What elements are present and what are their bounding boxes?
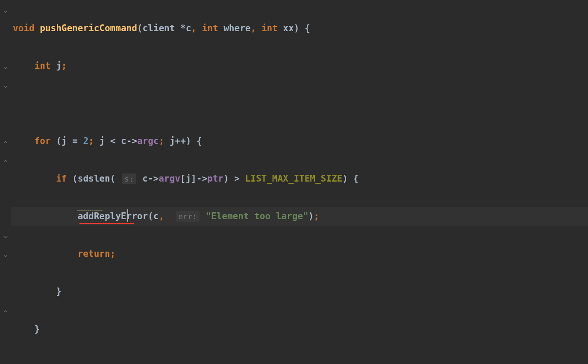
code-line[interactable]: for (j = 2; j < c->argc; j++) { (13, 132, 359, 150)
fold-marker-icon[interactable] (3, 140, 9, 145)
code-line[interactable]: void pushGenericCommand(client *c, int w… (13, 19, 359, 38)
code-editor[interactable]: void pushGenericCommand(client *c, int w… (0, 0, 588, 364)
code-line[interactable]: } (13, 282, 359, 301)
fold-marker-icon[interactable] (3, 309, 9, 314)
warning-underline: ~~~~~~~~~~~~ (77, 202, 108, 220)
fold-marker-icon[interactable] (3, 159, 9, 164)
code-line[interactable]: return; (13, 244, 359, 263)
fold-marker-icon[interactable] (3, 66, 9, 71)
param-hint: s: (122, 173, 136, 184)
code-line[interactable]: if (sdslen( s: c->argv[j]->ptr) > LIST_M… (13, 169, 359, 188)
error-underline (79, 223, 134, 224)
fold-marker-icon[interactable] (3, 254, 9, 259)
code-line[interactable] (13, 357, 359, 364)
fold-marker-icon[interactable] (3, 9, 9, 15)
code-area[interactable]: void pushGenericCommand(client *c, int w… (13, 0, 359, 364)
code-line[interactable]: addReplyError(c, err: "Element too large… (13, 207, 359, 226)
code-line[interactable]: } (13, 320, 359, 338)
text-caret (127, 209, 128, 222)
fold-marker-icon[interactable] (3, 235, 9, 240)
code-line[interactable]: int j; (13, 56, 359, 75)
param-hint: err: (176, 211, 199, 222)
fold-marker-icon[interactable] (3, 85, 9, 90)
editor-gutter (0, 0, 11, 364)
code-line[interactable] (13, 94, 359, 113)
